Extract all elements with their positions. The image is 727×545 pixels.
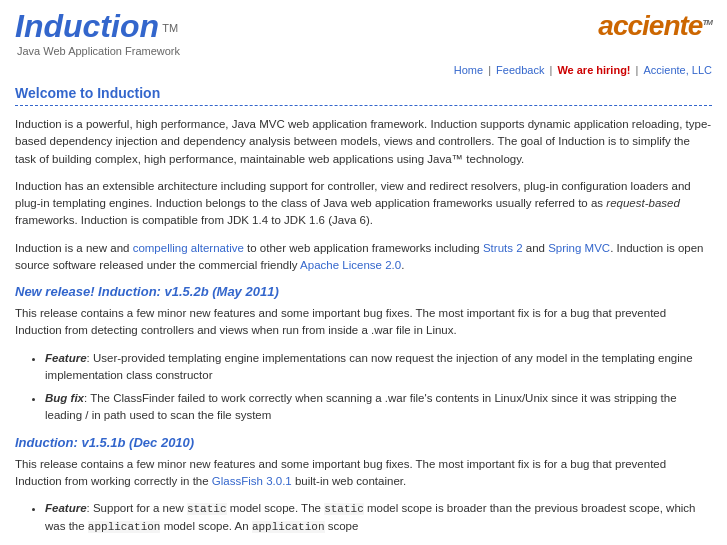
release1-title: New release! Induction: v1.5.2b (May 201… xyxy=(15,284,712,299)
list-item: Feature: Support for a new static model … xyxy=(45,500,712,535)
nav-home[interactable]: Home xyxy=(454,64,483,76)
nav-sep2: | xyxy=(549,64,555,76)
nav-hiring[interactable]: We are hiring! xyxy=(557,64,630,76)
welcome-section: Welcome to Induction Induction is a powe… xyxy=(15,85,712,274)
code-static2: static xyxy=(324,503,364,515)
release1-section: New release! Induction: v1.5.2b (May 201… xyxy=(15,284,712,425)
para3-and: and xyxy=(523,242,549,254)
app-title: Induction xyxy=(15,8,159,44)
logo-area: Induction TM Java Web Application Framew… xyxy=(15,10,180,57)
welcome-para3: Induction is a new and compelling altern… xyxy=(15,240,712,275)
bullet2-label: Bug fix xyxy=(45,392,84,404)
welcome-title: Welcome to Induction xyxy=(15,85,712,101)
nav-sep1: | xyxy=(488,64,494,76)
link-glassfish[interactable]: GlassFish 3.0.1 xyxy=(212,475,292,487)
link-compelling[interactable]: compelling alternative xyxy=(133,242,244,254)
bullet2-text: : The ClassFinder failed to work correct… xyxy=(45,392,677,421)
release1-bullets: Feature: User-provided templating engine… xyxy=(45,350,712,425)
bullet3-text-mid: model scope. The xyxy=(227,502,325,514)
list-item: Feature: User-provided templating engine… xyxy=(45,350,712,385)
nav-sep3: | xyxy=(636,64,642,76)
code-application2: application xyxy=(252,521,325,533)
trademark-mark: TM xyxy=(162,22,178,34)
bullet1-text: : User-provided templating engine implem… xyxy=(45,352,693,381)
navigation-bar: Home | Feedback | We are hiring! | Accie… xyxy=(0,62,727,80)
page-header: Induction TM Java Web Application Framew… xyxy=(0,0,727,62)
release2-title: Induction: v1.5.1b (Dec 2010) xyxy=(15,435,712,450)
company-tm: TM xyxy=(702,18,712,27)
bullet3-text-suffix: scope xyxy=(325,520,359,532)
release2-bullets: Feature: Support for a new static model … xyxy=(45,500,712,535)
nav-feedback[interactable]: Feedback xyxy=(496,64,544,76)
para3-prefix: Induction is a new and xyxy=(15,242,133,254)
code-application1: application xyxy=(88,521,161,533)
nav-company[interactable]: Acciente, LLC xyxy=(644,64,712,76)
release1-desc: This release contains a few minor new fe… xyxy=(15,305,712,340)
company-name: accienteTM xyxy=(598,10,712,41)
release2-desc: This release contains a few minor new fe… xyxy=(15,456,712,491)
italic-request-based: request-based xyxy=(606,197,680,209)
para3-end: . xyxy=(401,259,404,271)
company-logo: accienteTM xyxy=(598,10,712,42)
bullet3-text-prefix: : Support for a new xyxy=(87,502,187,514)
main-content: Welcome to Induction Induction is a powe… xyxy=(0,80,727,545)
bullet3-label: Feature xyxy=(45,502,87,514)
link-spring[interactable]: Spring MVC xyxy=(548,242,610,254)
app-subtitle: Java Web Application Framework xyxy=(17,45,180,57)
bullet1-label: Feature xyxy=(45,352,87,364)
bullet3-text-mid3: model scope. An xyxy=(160,520,251,532)
para3-mid: to other web application frameworks incl… xyxy=(244,242,483,254)
welcome-para2: Induction has an extensible architecture… xyxy=(15,178,712,230)
welcome-para1: Induction is a powerful, high performanc… xyxy=(15,116,712,168)
welcome-divider xyxy=(15,105,712,106)
list-item: Bug fix: The ClassFinder failed to work … xyxy=(45,390,712,425)
link-struts[interactable]: Struts 2 xyxy=(483,242,523,254)
release2-section: Induction: v1.5.1b (Dec 2010) This relea… xyxy=(15,435,712,536)
code-static1: static xyxy=(187,503,227,515)
link-apache[interactable]: Apache License 2.0 xyxy=(300,259,401,271)
